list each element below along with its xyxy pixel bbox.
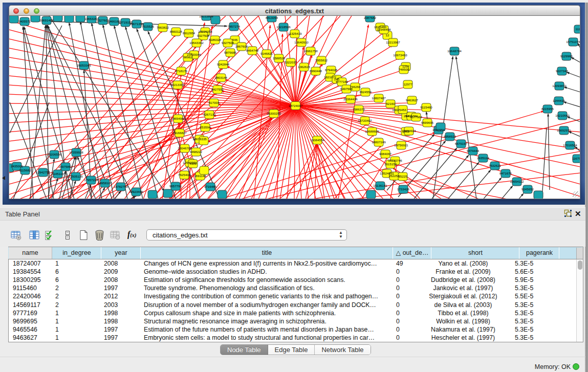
svg-text:8660124: 8660124	[170, 30, 183, 33]
svg-text:116753: 116753	[572, 157, 580, 160]
svg-text:20364436: 20364436	[343, 97, 358, 101]
svg-text:1527602: 1527602	[97, 18, 110, 22]
svg-text:748500: 748500	[399, 68, 409, 71]
svg-text:9115460: 9115460	[420, 105, 432, 109]
svg-text:16961758: 16961758	[303, 49, 318, 53]
svg-text:15136141: 15136141	[373, 184, 387, 187]
svg-text:7857274: 7857274	[228, 25, 241, 28]
svg-text:8427552: 8427552	[211, 87, 224, 91]
svg-text:18724007: 18724007	[289, 104, 303, 107]
svg-text:1691144: 1691144	[194, 174, 206, 178]
svg-text:1115682: 1115682	[19, 168, 31, 172]
svg-text:1117: 1117	[576, 27, 580, 31]
svg-text:7515526: 7515526	[142, 25, 155, 28]
svg-text:15720407: 15720407	[358, 119, 372, 122]
svg-text:15751074: 15751074	[566, 40, 580, 43]
svg-text:7625402: 7625402	[178, 173, 191, 177]
svg-text:1588520: 1588520	[273, 56, 286, 60]
svg-text:12977: 12977	[403, 82, 412, 86]
svg-text:2087682: 2087682	[364, 16, 377, 19]
svg-text:2718176: 2718176	[175, 69, 188, 73]
svg-text:19166827: 19166827	[172, 131, 187, 135]
svg-text:12093872: 12093872	[552, 84, 567, 87]
svg-text:10654112: 10654112	[510, 180, 524, 183]
svg-text:62160: 62160	[386, 102, 395, 105]
svg-text:18678335: 18678335	[192, 137, 207, 141]
svg-text:17957225: 17957225	[84, 178, 98, 182]
svg-text:16120746: 16120746	[388, 159, 402, 162]
svg-text:9498222: 9498222	[190, 150, 203, 154]
svg-text:9327508: 9327508	[222, 41, 234, 45]
svg-text:16648784: 16648784	[447, 49, 462, 53]
svg-text:7632621: 7632621	[489, 164, 502, 167]
svg-text:1362615: 1362615	[298, 65, 311, 69]
svg-text:10025453: 10025453	[392, 108, 406, 112]
svg-text:8813054: 8813054	[266, 16, 278, 19]
svg-text:8958923: 8958923	[444, 135, 456, 138]
svg-text:23226058: 23226058	[198, 30, 212, 33]
svg-text:19384554: 19384554	[310, 138, 324, 142]
svg-text:6679197: 6679197	[455, 142, 468, 145]
svg-text:20975867: 20975867	[58, 165, 73, 168]
svg-text:17016504: 17016504	[563, 143, 577, 147]
svg-text:12942757: 12942757	[36, 170, 50, 174]
svg-text:1640954: 1640954	[432, 128, 445, 132]
svg-text:7663822: 7663822	[157, 26, 169, 29]
svg-text:1145119: 1145119	[52, 172, 64, 176]
svg-text:9716485: 9716485	[204, 185, 217, 188]
svg-text:12: 12	[386, 33, 389, 37]
svg-text:11548498: 11548498	[377, 28, 391, 31]
svg-text:25300293: 25300293	[267, 112, 281, 115]
svg-text:12923446: 12923446	[129, 190, 143, 193]
svg-text:19218506: 19218506	[276, 25, 291, 29]
svg-text:12505135: 12505135	[69, 174, 83, 178]
svg-text:2803144: 2803144	[215, 76, 228, 79]
svg-text:2405571: 2405571	[18, 19, 31, 23]
svg-text:9129966: 9129966	[560, 54, 573, 58]
svg-text:19654983: 19654983	[171, 117, 185, 120]
svg-text:417004: 417004	[209, 101, 220, 104]
svg-text:15640910: 15640910	[294, 40, 309, 44]
svg-text:10807487: 10807487	[372, 96, 386, 100]
svg-text:16543362: 16543362	[189, 41, 204, 45]
svg-text:15692971: 15692971	[557, 128, 571, 132]
svg-text:5322037: 5322037	[285, 60, 297, 64]
svg-text:8912954: 8912954	[183, 31, 195, 35]
svg-text:7955812: 7955812	[315, 58, 328, 62]
svg-text:9474444: 9474444	[467, 149, 480, 152]
svg-text:9577964: 9577964	[410, 115, 423, 119]
svg-text:2867608: 2867608	[235, 45, 248, 48]
svg-text:1733426: 1733426	[397, 187, 410, 191]
svg-text:9245652: 9245652	[521, 187, 534, 191]
svg-text:17359928: 17359928	[69, 150, 83, 154]
svg-text:9699695: 9699695	[421, 121, 434, 124]
svg-text:10688609: 10688609	[365, 129, 379, 133]
svg-text:16033809: 16033809	[199, 16, 213, 18]
svg-text:10973493: 10973493	[393, 53, 407, 57]
svg-text:3624554: 3624554	[359, 90, 372, 94]
svg-text:253594: 253594	[200, 125, 211, 129]
svg-text:746266: 746266	[350, 85, 361, 89]
svg-text:9777169: 9777169	[336, 80, 349, 83]
svg-text:19756921: 19756921	[394, 143, 408, 147]
svg-text:3267130: 3267130	[203, 113, 216, 116]
svg-text:10046708: 10046708	[178, 146, 192, 150]
svg-text:8990448: 8990448	[310, 69, 322, 73]
svg-text:8471676: 8471676	[499, 171, 512, 175]
svg-text:16210643: 16210643	[555, 114, 570, 117]
svg-text:9084067: 9084067	[379, 152, 392, 156]
svg-text:2435001: 2435001	[11, 164, 24, 168]
svg-text:25225: 25225	[398, 174, 407, 178]
svg-text:8215955: 8215955	[541, 107, 554, 111]
svg-text:9657791: 9657791	[169, 184, 182, 188]
svg-text:7986372: 7986372	[353, 107, 365, 111]
svg-text:26053346: 26053346	[77, 63, 91, 67]
svg-text:12213967: 12213967	[386, 40, 400, 44]
svg-text:8186328: 8186328	[209, 38, 222, 41]
svg-text:9242848: 9242848	[217, 62, 230, 66]
svg-text:20206556: 20206556	[47, 152, 61, 156]
svg-text:12213369: 12213369	[170, 83, 185, 86]
svg-text:11325419: 11325419	[288, 32, 302, 35]
svg-text:9227343: 9227343	[556, 69, 569, 73]
svg-text:2935114: 2935114	[477, 156, 489, 160]
